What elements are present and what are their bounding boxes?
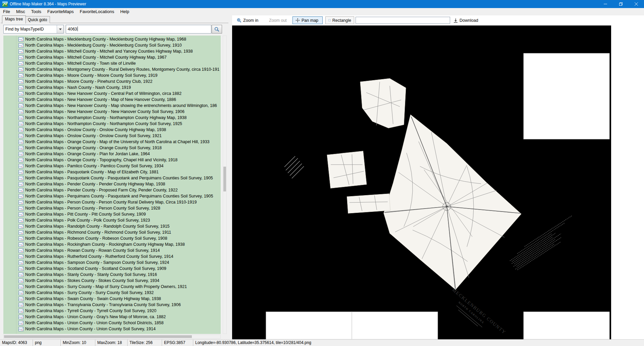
tab-quick-goto[interactable]: Quick goto (25, 16, 50, 23)
rectangle-label: Rectangle (332, 18, 351, 23)
tree-item-label: North Carolina Maps - Surry County - Map… (25, 284, 187, 289)
rectangle-button[interactable]: Rectangle (325, 16, 354, 24)
map-item-icon (18, 73, 23, 78)
tree-item[interactable]: North Carolina Maps - New Hanover County… (3, 97, 221, 103)
map-item-icon (18, 188, 23, 192)
pan-map-button[interactable]: Pan map (292, 16, 323, 24)
tree-item-label: North Carolina Maps - Rutherford County … (25, 254, 173, 259)
menu-tools[interactable]: Tools (28, 8, 44, 15)
tree-item[interactable]: North Carolina Maps - Union County - Uni… (3, 320, 221, 326)
tree-item[interactable]: North Carolina Maps - New Hanover County… (3, 91, 221, 97)
find-mode-dropdown[interactable]: Find by MapsTypeID (3, 25, 64, 34)
menu-help[interactable]: Help (117, 8, 132, 15)
tree-horizontal-scrollbar[interactable] (3, 335, 221, 339)
tree-item[interactable]: North Carolina Maps - Pasquotank County … (3, 175, 221, 181)
tree-vertical-scrollbar[interactable] (223, 36, 227, 334)
tree-item-label: North Carolina Maps - Onslow County - On… (25, 127, 166, 132)
tree-item[interactable]: North Carolina Maps - Person County - Pe… (3, 199, 221, 205)
menu-misc[interactable]: Misc (13, 8, 28, 15)
panel-splitter[interactable] (228, 15, 232, 339)
minimize-button[interactable] (598, 0, 613, 8)
tree-item[interactable]: North Carolina Maps - Perquimans County … (3, 193, 221, 199)
tab-maps-tree[interactable]: Maps tree (2, 15, 26, 23)
status-max-zoom: MaxZoom: 18 (95, 340, 127, 346)
map-item-icon (18, 285, 23, 289)
tree-item-label: North Carolina Maps - Pitt County - Pitt… (25, 212, 146, 217)
tree-item[interactable]: North Carolina Maps - Montgomery County … (3, 66, 221, 72)
tree-item[interactable]: North Carolina Maps - Person County - Pe… (3, 205, 221, 211)
tree-item[interactable]: North Carolina Maps - Richmond County - … (3, 229, 221, 235)
zoom-in-button[interactable]: Zoom in (237, 15, 258, 25)
menu-favoritemaps[interactable]: FavoriteMaps (44, 8, 77, 15)
search-button[interactable] (212, 25, 222, 34)
tree-item[interactable]: North Carolina Maps - Stanly County - St… (3, 272, 221, 278)
tree-item[interactable]: North Carolina Maps - Surry County - Map… (3, 284, 221, 290)
tree-item[interactable]: North Carolina Maps - New Hanover County… (3, 109, 221, 115)
tree-item[interactable]: North Carolina Maps - Stokes County - St… (3, 278, 221, 284)
download-name-input[interactable] (356, 17, 450, 24)
tree-item[interactable]: North Carolina Maps - Pasquotank County … (3, 169, 221, 175)
search-input[interactable]: 4063 (66, 25, 211, 34)
maximize-icon (619, 2, 623, 6)
tree-item[interactable]: North Carolina Maps - Orange County - Ma… (3, 139, 221, 145)
tree-item[interactable]: North Carolina Maps - Pender County - Pr… (3, 187, 221, 193)
menu-bar: File Misc Tools FavoriteMaps FavoriteLoc… (0, 8, 644, 15)
maps-tree[interactable]: North Carolina Maps - Mecklenburg County… (3, 36, 221, 334)
maximize-button[interactable] (613, 0, 629, 8)
tree-item[interactable]: North Carolina Maps - Surry County - Sur… (3, 290, 221, 296)
tree-item[interactable]: North Carolina Maps - Pamlico County - P… (3, 163, 221, 169)
map-viewport[interactable]: MECKLENBURG COUNTY NORTH CAROLINA (232, 25, 644, 339)
status-coordinates: Longitude=-80.930786, Latitude=35.375614… (193, 340, 644, 346)
tree-item-label: North Carolina Maps - Orange County - To… (25, 158, 177, 162)
tree-item-label: North Carolina Maps - Robeson County - R… (25, 236, 167, 241)
left-panel: Maps tree Quick goto Find by MapsTypeID … (0, 15, 228, 339)
tree-item[interactable]: North Carolina Maps - Mitchell County - … (3, 54, 221, 60)
dropdown-button[interactable] (57, 25, 63, 33)
search-row: Find by MapsTypeID 4063 (0, 25, 228, 34)
tree-item[interactable]: North Carolina Maps - Mecklenburg County… (3, 36, 221, 42)
tree-item[interactable]: North Carolina Maps - Onslow County - On… (3, 133, 221, 139)
map-item-icon (18, 98, 23, 102)
download-button[interactable]: Download (453, 15, 478, 25)
tree-item[interactable]: North Carolina Maps - Union County - Uni… (3, 326, 221, 332)
tree-item[interactable]: North Carolina Maps - Moore County - Pin… (3, 78, 221, 84)
tree-item-label: North Carolina Maps - Rockingham County … (25, 242, 185, 247)
map-item-icon (18, 61, 23, 66)
tree-item-label: North Carolina Maps - New Hanover County… (25, 97, 176, 102)
tree-item[interactable]: North Carolina Maps - Pitt County - Pitt… (3, 211, 221, 217)
tree-item[interactable]: North Carolina Maps - Union County - Gra… (3, 314, 221, 320)
tree-item[interactable]: North Carolina Maps - Mitchell County - … (3, 60, 221, 66)
tree-item[interactable]: North Carolina Maps - Mecklenburg County… (3, 42, 221, 48)
tree-item[interactable]: North Carolina Maps - New Hanover County… (3, 103, 221, 109)
tree-item[interactable]: North Carolina Maps - Rowan County - Row… (3, 247, 221, 253)
tree-item[interactable]: North Carolina Maps - Rockingham County … (3, 241, 221, 247)
horizontal-scroll-thumb[interactable] (4, 335, 192, 338)
menu-file[interactable]: File (0, 8, 13, 15)
tree-item[interactable]: North Carolina Maps - Polk County - Polk… (3, 217, 221, 223)
tree-item[interactable]: North Carolina Maps - Orange County - To… (3, 157, 221, 163)
tree-item[interactable]: North Carolina Maps - Orange County - Pl… (3, 151, 221, 157)
tree-item[interactable]: North Carolina Maps - Sampson County - S… (3, 260, 221, 266)
menu-favoritelocations[interactable]: FavoriteLocations (77, 8, 117, 15)
tree-item[interactable]: North Carolina Maps - Northampton County… (3, 121, 221, 127)
tree-item[interactable]: North Carolina Maps - Mitchell County - … (3, 48, 221, 54)
map-item-icon (18, 267, 23, 271)
vertical-scroll-thumb[interactable] (223, 167, 226, 191)
tree-item[interactable]: North Carolina Maps - Transylvania Count… (3, 302, 221, 308)
tree-item[interactable]: North Carolina Maps - Tyrrell County - T… (3, 308, 221, 314)
tree-item[interactable]: North Carolina Maps - Northampton County… (3, 115, 221, 121)
map-item-icon (18, 116, 23, 120)
tree-item[interactable]: North Carolina Maps - Orange County - Or… (3, 145, 221, 151)
tree-item[interactable]: North Carolina Maps - Pender County - Pe… (3, 181, 221, 187)
map-item-icon (18, 110, 23, 114)
tree-item[interactable]: North Carolina Maps - Scotland County - … (3, 266, 221, 272)
tree-item[interactable]: North Carolina Maps - Moore County - Moo… (3, 72, 221, 78)
tree-item[interactable]: North Carolina Maps - Nash County - Nash… (3, 84, 221, 91)
tree-item[interactable]: North Carolina Maps - Robeson County - R… (3, 235, 221, 241)
app-icon (2, 1, 8, 7)
tree-item[interactable]: North Carolina Maps - Swain County - Swa… (3, 296, 221, 302)
tree-item[interactable]: North Carolina Maps - Randolph County - … (3, 223, 221, 229)
tree-item[interactable]: North Carolina Maps - Rutherford County … (3, 253, 221, 260)
tree-item[interactable]: North Carolina Maps - Onslow County - On… (3, 127, 221, 133)
close-button[interactable] (629, 0, 644, 8)
